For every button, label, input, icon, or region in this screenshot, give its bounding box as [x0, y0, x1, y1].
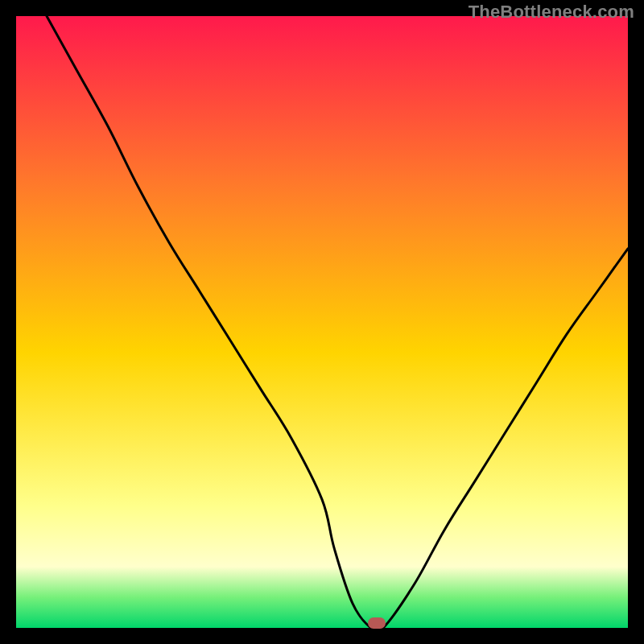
watermark-text: TheBottleneck.com [469, 2, 634, 23]
bottleneck-chart [16, 16, 628, 628]
gradient-background [16, 16, 628, 628]
optimal-point-marker [368, 617, 386, 629]
chart-frame: TheBottleneck.com [0, 0, 644, 644]
